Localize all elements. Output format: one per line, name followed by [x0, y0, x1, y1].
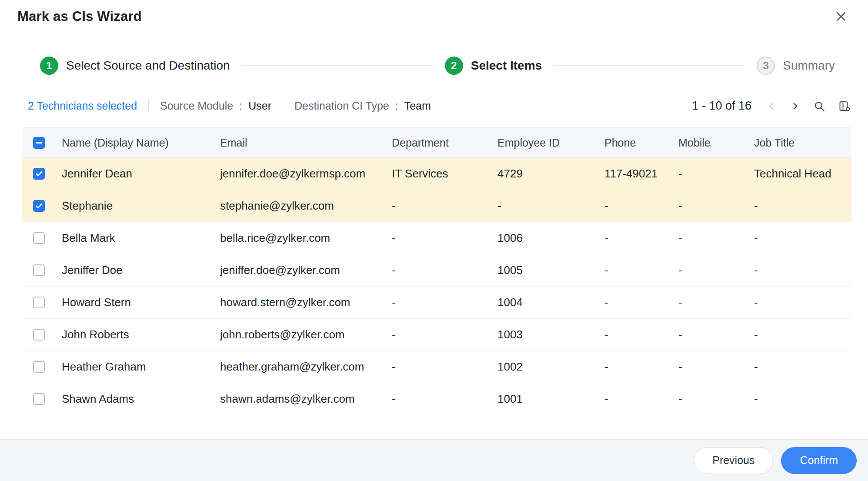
cell-name: Jennifer Dean — [62, 167, 220, 180]
table-row[interactable]: Bella Markbella.rice@zylker.com-1006--- — [22, 222, 851, 254]
table-row[interactable]: John Robertsjohn.roberts@zylker.com-1003… — [22, 319, 851, 351]
cell-mobile: - — [678, 328, 754, 341]
column-chooser-button[interactable] — [838, 100, 851, 112]
row-checkbox[interactable] — [33, 329, 45, 341]
search-button[interactable] — [813, 100, 825, 112]
table-row[interactable]: Stephaniestephanie@zylker.com----- — [22, 190, 851, 222]
table-row[interactable]: Jeniffer Doejeniffer.doe@zylker.com-1005… — [22, 254, 851, 287]
cell-name: Shawn Adams — [62, 392, 220, 406]
row-checkbox-cell — [22, 264, 62, 276]
dialog-header: Mark as CIs Wizard — [0, 0, 868, 33]
cell-name: Heather Graham — [62, 360, 220, 374]
cell-phone: - — [604, 360, 678, 374]
cell-mobile: - — [678, 167, 754, 180]
step-select-items[interactable]: 2 Select Items — [445, 57, 542, 75]
cell-mobile: - — [678, 199, 754, 213]
wizard-stepper: 1 Select Source and Destination 2 Select… — [0, 33, 868, 75]
row-checkbox-cell — [22, 393, 62, 405]
cell-job-title: - — [754, 392, 851, 406]
cell-department: - — [392, 392, 497, 406]
source-module-value: User — [248, 100, 271, 112]
row-checkbox[interactable] — [33, 168, 45, 180]
previous-button[interactable]: Previous — [694, 447, 773, 474]
destination-ci-type-value: Team — [404, 100, 431, 112]
cell-phone: - — [604, 296, 678, 309]
cell-name: Howard Stern — [62, 296, 220, 309]
source-module-pair: Source Module : User — [160, 100, 271, 112]
cell-job-title: - — [754, 264, 851, 277]
cell-employee-id: 1004 — [497, 296, 604, 309]
column-header-mobile: Mobile — [678, 137, 754, 149]
cell-mobile: - — [678, 231, 754, 245]
cell-department: - — [392, 360, 497, 374]
cell-email: heather.graham@zylker.com — [220, 360, 392, 374]
cell-employee-id: 1006 — [497, 231, 604, 245]
table-row[interactable]: Heather Grahamheather.graham@zylker.com-… — [22, 351, 851, 383]
dialog-footer: Previous Confirm — [0, 439, 868, 481]
cell-employee-id: 1005 — [497, 264, 604, 277]
technicians-selected-link[interactable]: 2 Technicians selected — [28, 100, 137, 112]
cell-department: - — [392, 296, 497, 309]
chevron-right-icon — [790, 101, 800, 111]
close-icon — [835, 10, 848, 23]
toolbar-divider — [148, 100, 149, 112]
cell-department: - — [392, 231, 497, 245]
cell-email: jennifer.doe@zylkermsp.com — [220, 167, 392, 180]
cell-email: shawn.adams@zylker.com — [220, 392, 392, 406]
table-body: Jennifer Deanjennifer.doe@zylkermsp.comI… — [22, 158, 851, 415]
pagination-count: 1 - 10 of 16 — [692, 99, 751, 113]
dialog-title: Mark as CIs Wizard — [17, 9, 142, 24]
column-chooser-icon — [838, 100, 851, 112]
row-checkbox-cell — [22, 361, 62, 373]
cell-employee-id: 4729 — [497, 167, 604, 180]
cell-mobile: - — [678, 392, 754, 406]
check-icon — [35, 202, 43, 210]
row-checkbox-cell — [22, 168, 62, 180]
previous-page-button[interactable] — [766, 101, 777, 111]
table-row[interactable]: Howard Sternhoward.stern@zylker.com-1004… — [22, 287, 851, 319]
cell-email: jeniffer.doe@zylker.com — [220, 264, 392, 277]
cell-mobile: - — [678, 264, 754, 277]
close-button[interactable] — [831, 7, 851, 26]
cell-phone: 117-49021 — [604, 167, 678, 180]
technicians-table: Name (Display Name) Email Department Emp… — [22, 127, 851, 415]
check-icon — [35, 170, 43, 178]
step-1-label: Select Source and Destination — [66, 59, 230, 73]
toolbar-right: 1 - 10 of 16 — [692, 99, 851, 113]
row-checkbox[interactable] — [33, 264, 45, 276]
cell-employee-id: 1002 — [497, 360, 604, 374]
column-header-email: Email — [220, 137, 392, 149]
next-page-button[interactable] — [790, 101, 800, 111]
cell-email: stephanie@zylker.com — [220, 199, 392, 213]
row-checkbox[interactable] — [33, 393, 45, 405]
cell-job-title: - — [754, 328, 851, 341]
source-module-label: Source Module — [160, 100, 233, 112]
step-select-source-destination[interactable]: 1 Select Source and Destination — [40, 57, 230, 75]
column-header-department: Department — [392, 137, 497, 149]
row-checkbox[interactable] — [33, 200, 45, 212]
row-checkbox[interactable] — [33, 297, 45, 308]
cell-phone: - — [604, 264, 678, 277]
chevron-left-icon — [766, 101, 777, 111]
cell-employee-id: 1003 — [497, 328, 604, 341]
table-toolbar: 2 Technicians selected Source Module : U… — [0, 99, 868, 113]
step-2-badge: 2 — [445, 57, 463, 75]
select-all-checkbox[interactable] — [33, 137, 45, 149]
row-checkbox[interactable] — [33, 232, 45, 244]
cell-employee-id: 1001 — [497, 392, 604, 406]
row-checkbox[interactable] — [33, 361, 45, 373]
stepper-connector — [242, 65, 433, 66]
column-header-job-title: Job Title — [754, 137, 851, 149]
step-summary: 3 Summary — [757, 57, 835, 75]
content-spacer — [0, 415, 868, 439]
destination-ci-type-colon: : — [395, 100, 398, 112]
cell-email: john.roberts@zylker.com — [220, 328, 392, 341]
confirm-button[interactable]: Confirm — [781, 447, 857, 474]
destination-ci-type-pair: Destination CI Type : Team — [294, 100, 431, 112]
cell-employee-id: - — [497, 199, 604, 213]
column-header-phone: Phone — [604, 137, 678, 149]
table-row[interactable]: Jennifer Deanjennifer.doe@zylkermsp.comI… — [22, 158, 851, 190]
destination-ci-type-label: Destination CI Type — [294, 100, 389, 112]
table-row[interactable]: Shawn Adamsshawn.adams@zylker.com-1001--… — [22, 383, 851, 415]
header-checkbox-cell — [22, 137, 62, 149]
